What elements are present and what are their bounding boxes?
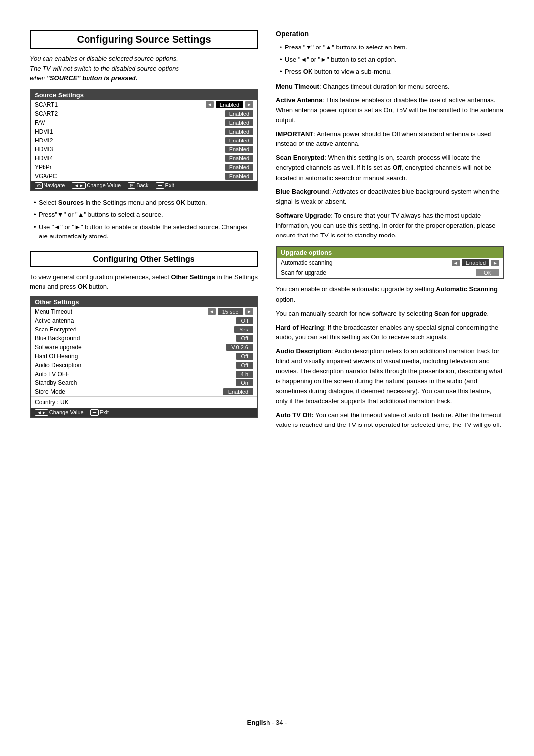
row-label: Scan for upgrade bbox=[277, 268, 390, 278]
source-settings-nav: ⊙Navigate ◄►Change Value ⊟Back ☰Exit bbox=[31, 181, 257, 190]
table-row: FAV Enabled bbox=[31, 118, 257, 127]
row-label: YPbPr bbox=[31, 163, 144, 172]
table-row: Hard Of Hearing Off bbox=[31, 352, 257, 361]
para-auto-scan-enable: You can enable or disable automatic upgr… bbox=[276, 284, 504, 304]
left-column: Configuring Source Settings You can enab… bbox=[30, 30, 258, 704]
table-row: Software upgrade V.0.2.6 bbox=[31, 343, 257, 352]
para-hard-of-hearing: Hard of Hearing: If the broadcaster enab… bbox=[276, 323, 504, 342]
para-auto-tv-off: Auto TV Off: You can set the timeout val… bbox=[276, 410, 504, 430]
row-label: HDMI1 bbox=[31, 127, 144, 136]
row-value: Enabled bbox=[144, 172, 257, 181]
other-settings-nav: ◄►Change Value ☰Exit bbox=[31, 408, 257, 417]
row-value: On bbox=[155, 378, 257, 387]
arrow-right-icon: ► bbox=[245, 308, 253, 315]
table-row: Scan for upgrade OK bbox=[277, 268, 503, 278]
value-tag: Yes bbox=[234, 326, 253, 333]
source-settings-title: Source Settings bbox=[31, 90, 257, 100]
row-value: 4 h bbox=[155, 370, 257, 378]
source-settings-table: SCART1 ◄ Enabled ► SCART2 En bbox=[31, 100, 257, 181]
row-label: SCART1 bbox=[31, 100, 144, 109]
value-tag: Enabled bbox=[225, 137, 253, 144]
row-value: OK bbox=[390, 268, 503, 278]
row-label: Store Mode bbox=[31, 387, 155, 396]
source-settings-box: Source Settings SCART1 ◄ Enabled ► bbox=[30, 89, 258, 191]
table-row: VGA/PC Enabled bbox=[31, 172, 257, 181]
page: Configuring Source Settings You can enab… bbox=[0, 0, 534, 756]
footer-page-num: - 34 - bbox=[272, 719, 287, 726]
row-label: Audio Description bbox=[31, 361, 155, 370]
nav-icon: ◄► bbox=[35, 409, 48, 416]
row-label: Blue Background bbox=[31, 334, 155, 343]
table-row: HDMI4 Enabled bbox=[31, 154, 257, 163]
list-item: Press "▼" or "▲" buttons to select an it… bbox=[280, 43, 504, 52]
upgrade-options-box: Upgrade options Automatic scanning ◄ Ena… bbox=[276, 246, 504, 279]
row-label: HDMI2 bbox=[31, 136, 144, 145]
row-label: Hard Of Hearing bbox=[31, 352, 155, 361]
section2-title: Configuring Other Settings bbox=[30, 251, 258, 267]
row-label: Menu Timeout bbox=[31, 307, 155, 316]
row-value: Off bbox=[155, 352, 257, 361]
para-blue-background: Blue Background: Activates or deactivate… bbox=[276, 187, 504, 207]
para-scan-encrypted: Scan Encrypted: When this setting is on,… bbox=[276, 153, 504, 183]
list-item: Use "◄" or "►" button to enable or disab… bbox=[34, 222, 258, 241]
value-tag: Enabled bbox=[225, 110, 253, 117]
row-value: ◄ Enabled ► bbox=[390, 258, 503, 268]
table-row: SCART2 Enabled bbox=[31, 109, 257, 118]
table-row: Automatic scanning ◄ Enabled ► bbox=[277, 258, 503, 268]
para-audio-description: Audio Description: Audio description ref… bbox=[276, 346, 504, 406]
nav-icon: ☰ bbox=[90, 409, 99, 416]
value-tag: Off bbox=[236, 353, 253, 360]
row-value: Yes bbox=[155, 325, 257, 334]
row-label: Auto TV OFF bbox=[31, 370, 155, 378]
other-settings-box: Other Settings Menu Timeout ◄ 15 sec ► bbox=[30, 296, 258, 418]
para-manual-scan: You can manually search for new software… bbox=[276, 309, 504, 319]
section1-subtitle: You can enables or disable selected sour… bbox=[30, 54, 258, 83]
main-content: Configuring Source Settings You can enab… bbox=[30, 30, 504, 704]
list-item: Use "◄" or "►" button to set an option. bbox=[280, 55, 504, 65]
value-tag: Enabled bbox=[216, 101, 243, 108]
row-value: ◄ 15 sec ► bbox=[155, 307, 257, 316]
value-tag: V.0.2.6 bbox=[226, 344, 253, 351]
table-row: Active antenna Off bbox=[31, 316, 257, 325]
table-row: Auto TV OFF 4 h bbox=[31, 370, 257, 378]
value-tag: Enabled bbox=[225, 164, 253, 171]
upgrade-options-title: Upgrade options bbox=[277, 247, 503, 258]
arrow-left-icon: ◄ bbox=[206, 101, 214, 108]
row-value: ◄ Enabled ► bbox=[144, 100, 257, 109]
value-tag: Off bbox=[236, 317, 253, 324]
table-row: YPbPr Enabled bbox=[31, 163, 257, 172]
para-software-upgrade: Software Upgrade: To ensure that your TV… bbox=[276, 211, 504, 240]
row-label: HDMI3 bbox=[31, 145, 144, 154]
section2-intro: To view general configuration preference… bbox=[30, 272, 258, 292]
table-row: SCART1 ◄ Enabled ► bbox=[31, 100, 257, 109]
country-row: Country : UK bbox=[31, 396, 257, 408]
nav-icon: ⊙ bbox=[35, 182, 43, 189]
ok-button[interactable]: OK bbox=[476, 269, 499, 276]
row-label: VGA/PC bbox=[31, 172, 144, 181]
row-value: Off bbox=[155, 334, 257, 343]
page-footer: English - 34 - bbox=[30, 719, 504, 726]
para-active-antenna: Active Antenna: This feature enables or … bbox=[276, 95, 504, 125]
row-value: Off bbox=[155, 361, 257, 370]
value-tag: Enabled bbox=[225, 173, 253, 180]
para-important: IMPORTANT: Antenna power should be Off w… bbox=[276, 129, 504, 149]
source-bullets: Select Sources in the Settings menu and … bbox=[30, 198, 258, 241]
other-settings-table: Menu Timeout ◄ 15 sec ► Active antenna bbox=[31, 307, 257, 396]
row-value: Enabled bbox=[144, 136, 257, 145]
value-tag: Off bbox=[236, 335, 253, 342]
value-tag: Enabled bbox=[225, 146, 253, 153]
row-value: Enabled bbox=[144, 118, 257, 127]
table-row: Scan Encrypted Yes bbox=[31, 325, 257, 334]
upgrade-table: Automatic scanning ◄ Enabled ► Scan for … bbox=[277, 258, 503, 278]
arrow-left-icon: ◄ bbox=[208, 308, 216, 315]
row-label: Standby Search bbox=[31, 378, 155, 387]
value-tag: Enabled bbox=[225, 128, 253, 135]
table-row: Store Mode Enabled bbox=[31, 387, 257, 396]
table-row: Menu Timeout ◄ 15 sec ► bbox=[31, 307, 257, 316]
footer-language: English bbox=[247, 719, 270, 726]
row-value: Enabled bbox=[144, 145, 257, 154]
table-row: HDMI3 Enabled bbox=[31, 145, 257, 154]
row-label: HDMI4 bbox=[31, 154, 144, 163]
row-value: V.0.2.6 bbox=[155, 343, 257, 352]
row-label: SCART2 bbox=[31, 109, 144, 118]
